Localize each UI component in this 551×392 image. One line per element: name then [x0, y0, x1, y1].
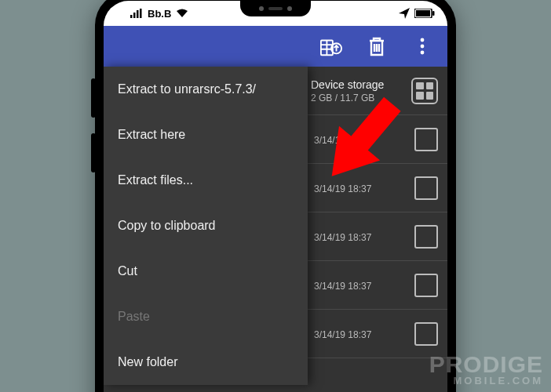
carrier-label: Bb.B: [148, 8, 171, 20]
file-date: 3/14/19 18:37: [314, 183, 400, 194]
status-bar: Bb.B: [104, 1, 447, 26]
context-menu: Extract to unrarsrc-5.7.3/ Extract here …: [104, 67, 308, 385]
svg-rect-2: [137, 10, 139, 18]
watermark-line2: MOBILE.COM: [429, 376, 543, 386]
grid-view-icon[interactable]: [411, 78, 438, 104]
more-icon[interactable]: [411, 35, 433, 57]
file-date: 3/14/19 18:37: [314, 135, 400, 146]
svg-point-14: [421, 51, 425, 55]
svg-rect-5: [416, 10, 430, 16]
extract-archive-icon[interactable]: [320, 35, 342, 57]
status-left: Bb.B: [130, 8, 188, 20]
svg-point-12: [421, 38, 425, 42]
watermark: PRODIGE MOBILE.COM: [429, 354, 543, 386]
menu-extract-here[interactable]: Extract here: [104, 112, 308, 158]
menu-extract-files[interactable]: Extract files...: [104, 158, 308, 203]
menu-copy-to-clipboard[interactable]: Copy to clipboard: [104, 203, 308, 249]
volume-up-button: [91, 78, 96, 118]
menu-paste: Paste: [104, 294, 308, 339]
file-date: 3/14/19 18:37: [314, 329, 400, 340]
checkbox[interactable]: [414, 128, 438, 151]
battery-icon: [414, 9, 435, 18]
notch: [240, 1, 311, 16]
svg-point-13: [421, 45, 425, 49]
storage-title: Device storage: [311, 78, 397, 91]
location-icon: [399, 8, 410, 19]
svg-rect-6: [432, 11, 435, 16]
checkbox[interactable]: [414, 322, 438, 346]
menu-new-folder[interactable]: New folder: [104, 339, 308, 385]
wifi-icon: [176, 9, 188, 18]
volume-down-button: [91, 133, 96, 172]
app-bar: [104, 26, 447, 67]
checkbox[interactable]: [414, 176, 438, 200]
delete-icon[interactable]: [366, 35, 388, 57]
svg-rect-1: [133, 13, 136, 18]
svg-rect-3: [140, 9, 142, 18]
phone-frame: Bb.B: [95, 0, 456, 392]
screen: Bb.B: [104, 1, 447, 392]
checkbox[interactable]: [414, 225, 438, 249]
menu-extract-to[interactable]: Extract to unrarsrc-5.7.3/: [104, 67, 308, 112]
status-right: [399, 8, 435, 19]
storage-size: 2 GB / 11.7 GB: [311, 93, 397, 103]
file-date: 3/14/19 18:37: [314, 281, 400, 292]
svg-rect-0: [130, 15, 133, 18]
watermark-line1: PRODIGE: [429, 354, 543, 376]
signal-icon: [130, 9, 143, 18]
menu-cut[interactable]: Cut: [104, 249, 308, 294]
file-date: 3/14/19 18:37: [314, 232, 400, 243]
checkbox[interactable]: [414, 274, 438, 297]
